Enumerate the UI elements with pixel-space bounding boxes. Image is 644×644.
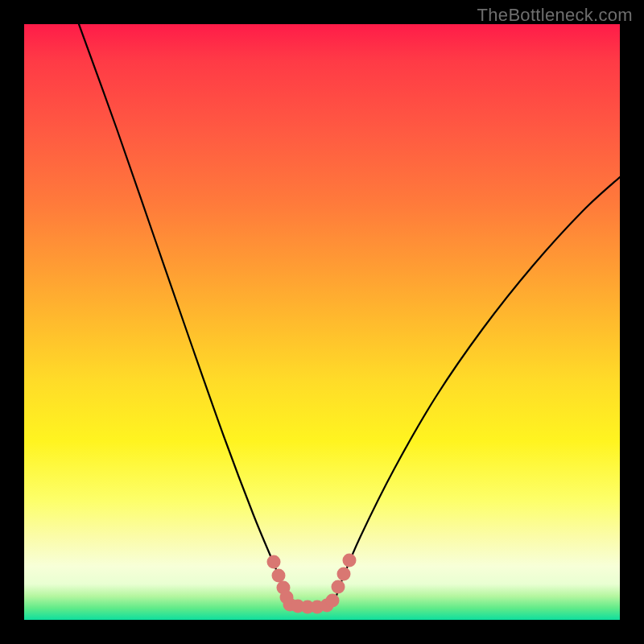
plot-area [24, 24, 620, 620]
chart-stage: TheBottleneck.com [0, 0, 644, 644]
severity-gradient [24, 24, 620, 620]
watermark-text: TheBottleneck.com [477, 5, 633, 26]
